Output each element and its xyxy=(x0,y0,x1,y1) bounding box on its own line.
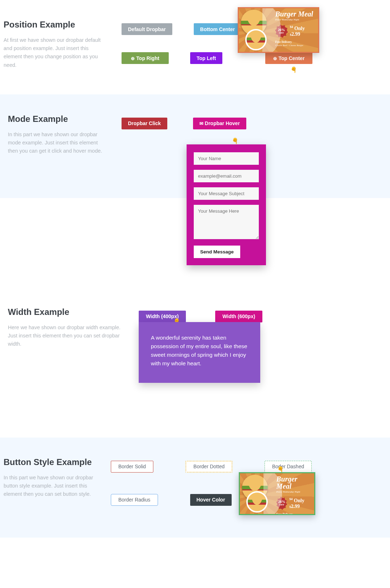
hover-color-button[interactable]: Hover Color xyxy=(190,494,232,506)
top-right-button[interactable]: Top Right xyxy=(122,52,169,64)
border-solid-button[interactable]: Border Solid xyxy=(111,461,153,473)
ad-free: Free Delivery xyxy=(276,513,311,515)
name-input[interactable] xyxy=(194,152,259,165)
send-message-button[interactable]: Send Message xyxy=(194,246,240,258)
message-textarea[interactable] xyxy=(194,205,259,239)
envelope-icon xyxy=(199,120,203,126)
price-pre: $4 xyxy=(289,497,292,501)
burger-ad-card-green: Burger Meal Every Wednesday Night 26% OF… xyxy=(239,472,315,515)
dropbar-hover-label: Dropbar Hover xyxy=(205,120,240,126)
mode-buttons: Dropbar Click Dropbar Hover xyxy=(114,114,386,129)
price-pre: $4 xyxy=(290,25,293,29)
arrow-circle-icon xyxy=(131,55,135,61)
ad-tiny: Classic Beef / Cheese Burger xyxy=(275,44,315,46)
arrow-circle-icon xyxy=(273,55,277,61)
width-desc: Here we have shown our dropbar width exa… xyxy=(8,323,125,349)
default-dropbar-button[interactable]: Default Dropbar xyxy=(122,23,172,35)
subject-input[interactable] xyxy=(194,187,259,200)
border-dashed-button[interactable]: Boder Dashed xyxy=(265,461,312,473)
panel-text: A wonderful serenity has taken possessio… xyxy=(151,335,247,366)
top-right-label: Top Right xyxy=(136,55,159,61)
width-title: Width Example xyxy=(8,307,125,317)
top-left-button[interactable]: Top Left xyxy=(190,52,222,64)
burger-image xyxy=(239,8,272,52)
price-only: Only xyxy=(294,26,305,31)
border-radius-button[interactable]: Border Radius xyxy=(111,494,158,506)
price-only: Only xyxy=(294,498,305,503)
border-dotted-button[interactable]: Border Dotted xyxy=(186,461,232,473)
width-600-button[interactable]: Width (600px) xyxy=(215,311,262,322)
dropbar-click-button[interactable]: Dropbar Click xyxy=(122,118,167,129)
position-desc: At first we have shown our dropbar defau… xyxy=(4,36,107,69)
top-center-label: Top Center xyxy=(278,55,305,61)
width-400-button[interactable]: Width (400px) xyxy=(139,311,186,322)
bottom-center-button[interactable]: Bottom Center xyxy=(194,23,241,35)
ad-price: $4 Only $2.99 xyxy=(290,25,315,37)
price-val: 2.99 xyxy=(291,31,300,37)
style-desc: In this part we have shown our dropbar b… xyxy=(4,474,104,499)
contact-form-panel: Send Message xyxy=(187,144,266,265)
burger-image xyxy=(240,473,273,514)
ad-subtitle: Every Wednesday Night xyxy=(275,18,315,21)
dropbar-hover-button[interactable]: Dropbar Hover xyxy=(193,118,246,129)
style-title: Button Style Example xyxy=(4,457,104,467)
burger-ad-card: Burger Meal Every Wednesday Night 26% OF… xyxy=(238,7,319,53)
ad-free: Free Delivery xyxy=(275,40,315,44)
width-content-panel: A wonderful serenity has taken possessio… xyxy=(139,322,260,383)
top-center-button[interactable]: Top Center xyxy=(265,52,312,64)
price-val: 2.99 xyxy=(291,504,300,509)
mode-desc: In this part we have shown our dropbar m… xyxy=(8,130,107,155)
position-title: Position Example xyxy=(4,20,107,30)
mode-title: Mode Example xyxy=(8,114,107,124)
email-input[interactable] xyxy=(194,170,259,182)
ad-title: Burger Meal xyxy=(275,10,315,18)
width-buttons: Width (400px) Width (600px) xyxy=(132,307,386,322)
ad-price: $4 Only $2.99 xyxy=(289,497,311,509)
